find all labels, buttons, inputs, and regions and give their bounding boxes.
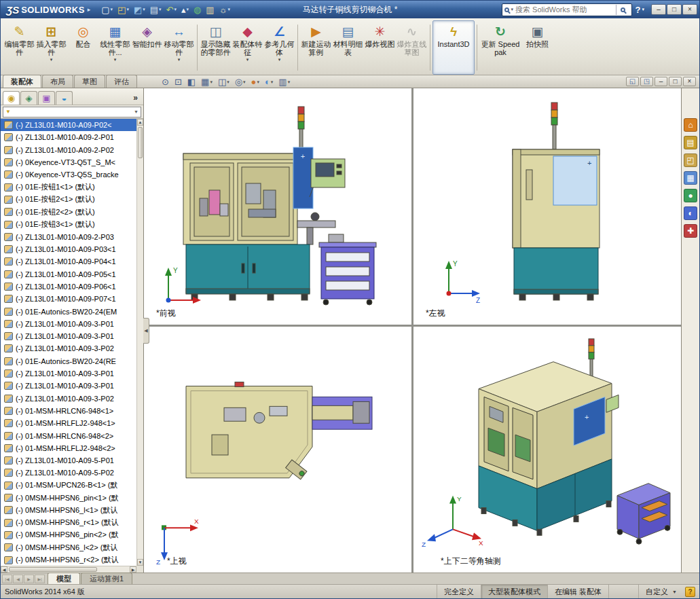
- dropdown-arrow-icon[interactable]: [186, 7, 189, 12]
- ribbon-separator[interactable]: [197, 24, 198, 71]
- dropdown-arrow-icon[interactable]: [210, 79, 213, 84]
- view-orientation-icon[interactable]: ▦: [200, 76, 214, 87]
- tree-item[interactable]: (-) ZL13L01-M010-A09-2-P01: [1, 131, 136, 143]
- tree-item[interactable]: (-) 01E-按钮3<1> (默认): [1, 218, 136, 230]
- save-button[interactable]: ◩: [132, 3, 147, 16]
- new-document-button[interactable]: ▢: [99, 3, 115, 16]
- prev-tab-button[interactable]: ◀: [13, 575, 23, 583]
- dropdown-arrow-icon[interactable]: [672, 589, 677, 594]
- tree-item[interactable]: (-) ZL13L01-M010-A09-3-P01: [1, 367, 136, 380]
- new-motion-study-button[interactable]: ▶新建运动算例: [300, 20, 332, 75]
- assembly-features-button[interactable]: ◆装配体特征: [232, 20, 263, 75]
- taskpane-scenes-icon[interactable]: ◐: [684, 206, 697, 220]
- dropdown-arrow-icon[interactable]: [174, 7, 177, 12]
- more-panels-chevron-icon[interactable]: »: [133, 93, 141, 105]
- dropdown-arrow-icon[interactable]: [126, 7, 129, 12]
- status-editing-assembly[interactable]: 在编辑 装配体: [547, 585, 608, 598]
- tree-item[interactable]: (-) ZL13L01-M010-A09-3-P01: [1, 330, 136, 342]
- zoom-area-icon[interactable]: ⊡: [173, 76, 183, 87]
- dropdown-arrow-icon[interactable]: [278, 57, 281, 62]
- tree-item[interactable]: (-) ZL13L01-M010-A09-P04<1: [1, 255, 136, 268]
- tab-sketch[interactable]: 草图: [74, 75, 105, 88]
- taskpane-resources-icon[interactable]: ⌂: [684, 118, 697, 132]
- featuremanager-tab[interactable]: ◉: [3, 91, 20, 105]
- undo-button[interactable]: ↶: [164, 3, 179, 16]
- tree-item[interactable]: (-) 01-MSM-HRLCN6-948<1>: [1, 405, 136, 417]
- mate-button[interactable]: ◎配合: [67, 20, 99, 75]
- viewport-isometric[interactable]: +: [413, 327, 681, 573]
- print-button[interactable]: ▤: [148, 3, 164, 16]
- last-tab-button[interactable]: ▶|: [35, 575, 45, 583]
- tree-vertical-scrollbar[interactable]: ▲ ▼: [136, 119, 143, 566]
- dropdown-arrow-icon[interactable]: [159, 7, 162, 12]
- tree-item[interactable]: (-) ZL13L01-M010-A09-3-P01: [1, 380, 136, 392]
- move-component-button[interactable]: ↔移动零部件: [163, 20, 195, 75]
- dropdown-arrow-icon[interactable]: [50, 57, 53, 62]
- minimize-document-button[interactable]: –: [655, 77, 667, 86]
- propertymanager-tab[interactable]: ◈: [20, 91, 37, 105]
- close-app-button[interactable]: ×: [682, 4, 697, 15]
- exploded-view-button[interactable]: ✳爆炸视图: [364, 20, 396, 75]
- tree-item[interactable]: (-) 0Keyence-VT3-Q5T_S_M<: [1, 156, 136, 168]
- tree-horizontal-scrollbar[interactable]: ◀ ▶: [1, 566, 136, 573]
- tree-item[interactable]: (-) ZL13L01-M010-A09-P05<1: [1, 268, 136, 280]
- reference-geometry-button[interactable]: ∠参考几何体: [263, 20, 295, 75]
- close-document-button[interactable]: ×: [683, 77, 696, 86]
- smart-fasteners-button[interactable]: ◈智能扣件: [131, 20, 163, 75]
- display-style-icon[interactable]: ◫: [217, 76, 231, 87]
- tree-item[interactable]: (-) ZL13L01-M010-A09-2-P03: [1, 231, 136, 243]
- panel-collapse-handle[interactable]: ◀: [143, 318, 149, 344]
- first-tab-button[interactable]: |◀: [2, 575, 12, 583]
- taskpane-appearances-icon[interactable]: ●: [684, 189, 697, 202]
- menu-expand-arrow-icon[interactable]: ▸: [88, 6, 91, 13]
- configurationmanager-tab[interactable]: ▣: [38, 91, 55, 105]
- tab-layout[interactable]: 布局: [42, 75, 73, 88]
- zoom-fit-icon[interactable]: ⊙: [160, 76, 170, 87]
- search-box[interactable]: ▾ 搜索 SolidWorks 帮助: [502, 3, 632, 16]
- open-document-button[interactable]: ◰: [115, 3, 131, 16]
- view-settings-icon[interactable]: ▥: [277, 76, 291, 87]
- tree-item[interactable]: (-) ZL13L01-M010-A09-P07<1: [1, 293, 136, 305]
- search-scope-arrow-icon[interactable]: ▾: [511, 7, 514, 12]
- update-speedpak-button[interactable]: ↻更新 Speedpak: [479, 20, 521, 75]
- tree-item[interactable]: (-) 01E-按钮2<2> (默认): [1, 206, 136, 218]
- take-snapshot-button[interactable]: ▣拍快照: [521, 20, 553, 75]
- tree-item[interactable]: (-) ZL13L01-M010-A09-3-P01: [1, 318, 136, 330]
- minimize-app-button[interactable]: –: [651, 4, 666, 15]
- status-spacer[interactable]: [608, 585, 638, 598]
- dropdown-arrow-icon[interactable]: [243, 79, 246, 84]
- maximize-app-button[interactable]: □: [667, 4, 682, 15]
- dropdown-arrow-icon[interactable]: [178, 57, 181, 62]
- tree-item[interactable]: (-) ZL13L01-M010-A09-3-P02: [1, 393, 136, 405]
- dropdown-arrow-icon[interactable]: [143, 7, 145, 12]
- tree-item[interactable]: (-) 0MSM-HHPSN6_r<1> (默认: [1, 517, 136, 529]
- search-input[interactable]: 搜索 SolidWorks 帮助: [515, 5, 613, 15]
- dropdown-arrow-icon[interactable]: [257, 79, 259, 84]
- bill-of-materials-button[interactable]: ▤材料明细表: [332, 20, 364, 75]
- dropdown-arrow-icon[interactable]: [114, 57, 117, 62]
- taskpane-design-library-icon[interactable]: ▤: [684, 136, 697, 149]
- linear-component-pattern-button[interactable]: ▦线性零部件...: [99, 20, 131, 75]
- options-button[interactable]: ☼: [217, 3, 232, 16]
- dropdown-arrow-icon[interactable]: [111, 7, 113, 12]
- viewport-top[interactable]: X Z *上视: [144, 327, 411, 573]
- explode-line-sketch-button[interactable]: ∿爆炸直线草图: [396, 20, 428, 75]
- show-hidden-components-button[interactable]: ◫显示隐藏的零部件: [200, 20, 232, 75]
- tree-item[interactable]: (-) ZL13L01-M010-A09-P02<: [1, 119, 136, 131]
- scroll-right-button[interactable]: ▶: [130, 566, 136, 573]
- dropdown-arrow-icon[interactable]: [227, 79, 229, 84]
- hide-show-items-icon[interactable]: ◎: [234, 76, 247, 87]
- filter-text[interactable]: [13, 107, 132, 117]
- scroll-left-button[interactable]: ◀: [1, 566, 7, 573]
- taskpane-view-palette-icon[interactable]: ▦: [684, 171, 697, 185]
- select-button[interactable]: ▴: [179, 3, 191, 16]
- displaymanager-tab[interactable]: ◒: [56, 91, 73, 105]
- single-viewport-button[interactable]: ◳: [640, 77, 653, 86]
- next-tab-button[interactable]: ▶: [24, 575, 34, 583]
- tree-item[interactable]: (-) ZL13L01-M010-A09-P06<1: [1, 280, 136, 293]
- viewport-left[interactable]: + Y Z: [413, 88, 681, 325]
- tree-filter-input[interactable]: ▼ ▼: [3, 107, 141, 117]
- tree-item[interactable]: (-) ZL13L01-M010-A09-5-P01: [1, 454, 136, 467]
- motion-study-tab[interactable]: 运动算例1: [81, 573, 132, 584]
- tree-item[interactable]: (-) 0MSM-HHPSN6_l<1> (默认: [1, 504, 136, 516]
